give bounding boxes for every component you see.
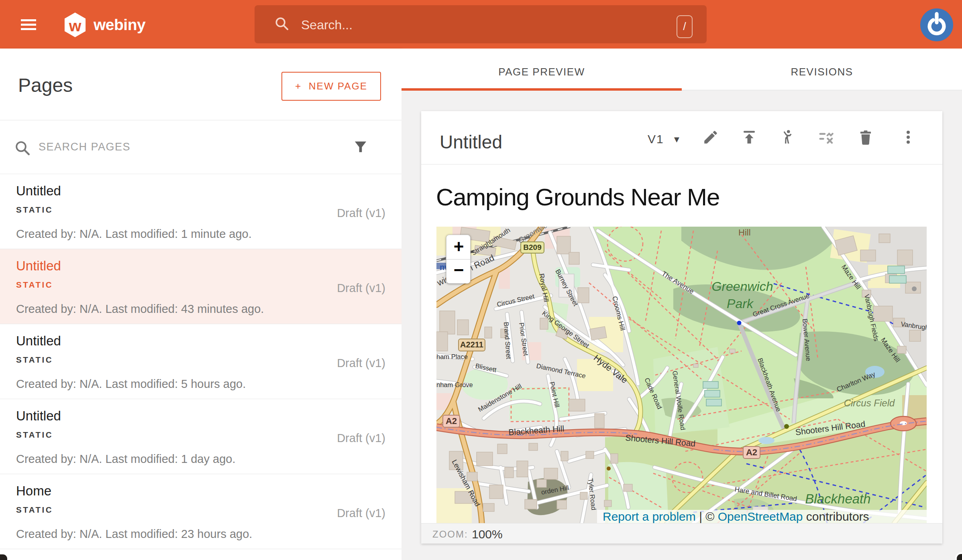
svg-text:Park: Park [727, 296, 754, 311]
svg-text:Hill: Hill [738, 227, 751, 237]
svg-text:A2211: A2211 [460, 340, 483, 349]
svg-text:Greenwich: Greenwich [712, 279, 773, 294]
svg-text:ham Place: ham Place [436, 353, 468, 360]
svg-text:w: w [69, 17, 82, 34]
svg-text:Circus Field: Circus Field [844, 398, 895, 408]
svg-text:B209: B209 [523, 243, 541, 252]
svg-text:Blackheath: Blackheath [805, 491, 870, 506]
svg-text:A2: A2 [746, 447, 757, 457]
svg-text:nham Grove: nham Grove [436, 381, 473, 388]
svg-text:A2: A2 [446, 416, 457, 426]
